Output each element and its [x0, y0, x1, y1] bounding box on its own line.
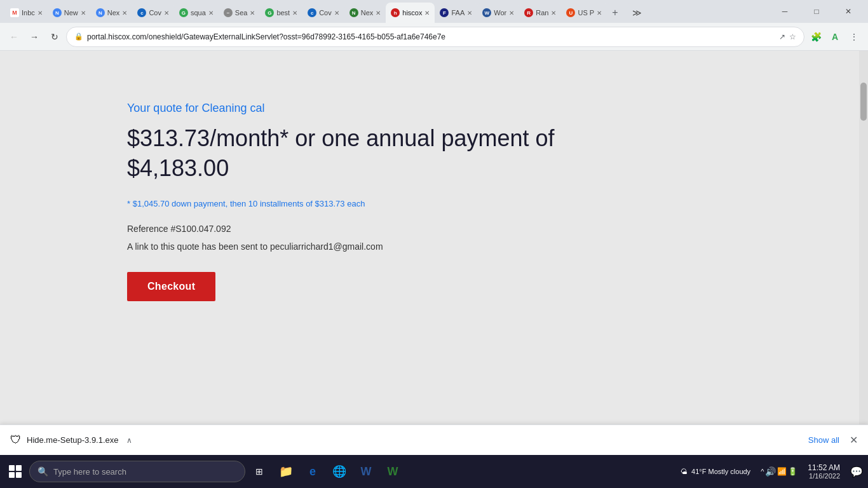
installment-note: * $1,045.70 down payment, then 10 instal…	[127, 199, 868, 208]
minimize-button[interactable]: ─	[770, 1, 799, 22]
tab-best[interactable]: G best ✕	[260, 3, 302, 23]
back-button[interactable]: ←	[5, 28, 23, 46]
tab-label-next2: Nex	[361, 9, 374, 17]
taskbar-system-tray: 🌤 41°F Mostly cloudy ^ 🔊 📶 🔋 11:52 AM 1/…	[675, 459, 865, 484]
tab-cov1[interactable]: c Cov ✕	[132, 3, 174, 23]
tab-label-gmail: Inbc	[22, 9, 35, 17]
address-bar: ← → ↻ 🔒 portal.hiscox.com/oneshield/Gate…	[0, 23, 868, 51]
tab-overflow[interactable]: ≫	[627, 3, 645, 23]
clock-time: 11:52 AM	[808, 463, 840, 472]
tab-faa[interactable]: F FAA ✕	[435, 3, 477, 23]
tab-usp[interactable]: U US P ✕	[561, 3, 607, 23]
scrollbar-thumb[interactable]	[860, 83, 867, 121]
window-controls: ─ □ ✕	[770, 1, 863, 22]
tab-favicon-next1: N	[96, 8, 105, 17]
taskbar-search-bar[interactable]: 🔍 Type here to search	[29, 461, 245, 482]
tab-random[interactable]: R Ran ✕	[519, 3, 561, 23]
task-view-icon: ⊞	[255, 466, 263, 477]
notification-button[interactable]: 💬	[848, 459, 865, 484]
task-view-button[interactable]: ⊞	[247, 459, 272, 484]
refresh-button[interactable]: ↻	[46, 28, 64, 46]
tab-close-best[interactable]: ✕	[292, 10, 297, 17]
tab-favicon-squa: G	[179, 8, 188, 17]
close-downloads-bar-button[interactable]: ✕	[850, 434, 858, 446]
bookmark-icon: ☆	[789, 32, 796, 41]
word-button-2[interactable]: W	[380, 459, 405, 484]
extensions-icon[interactable]: 🧩	[807, 28, 825, 46]
tab-label-cov1: Cov	[149, 9, 161, 17]
tab-word[interactable]: W Wor ✕	[477, 3, 519, 23]
tab-cov2[interactable]: c Cov ✕	[302, 3, 344, 23]
tab-close-next2[interactable]: ✕	[376, 10, 381, 17]
tab-next2[interactable]: N Nex ✕	[344, 3, 386, 23]
edge-button[interactable]: e	[300, 459, 325, 484]
word-icon-2: W	[388, 465, 398, 478]
tab-favicon-gmail: M	[10, 8, 19, 17]
close-button[interactable]: ✕	[834, 1, 863, 22]
url-text: portal.hiscox.com/oneshield/GatewayExter…	[87, 32, 775, 41]
tab-favicon-cov2: c	[308, 8, 316, 17]
download-file-icon: 🛡	[10, 433, 22, 447]
reference-number: Reference #S100.047.092	[127, 224, 868, 234]
share-icon: ↗	[779, 32, 785, 41]
tab-sea[interactable]: ~ Sea ✕	[219, 3, 261, 23]
download-chevron-icon[interactable]: ∧	[126, 436, 132, 445]
tab-label-squa: squa	[191, 9, 206, 17]
checkout-button[interactable]: Checkout	[127, 272, 215, 301]
weather-widget[interactable]: 🌤 41°F Mostly cloudy	[675, 468, 756, 475]
quote-title: $313.73/month* or one annual payment of …	[127, 124, 559, 184]
tab-gmail[interactable]: M Inbc ✕	[5, 3, 48, 23]
email-sent-note: A link to this quote has been sent to pe…	[127, 241, 868, 252]
start-button[interactable]	[3, 459, 28, 484]
system-clock[interactable]: 11:52 AM 1/16/2022	[803, 463, 845, 480]
sound-icon[interactable]: 🔊	[765, 466, 776, 477]
tab-label-best: best	[276, 9, 290, 17]
chevron-icon[interactable]: ^	[761, 468, 764, 475]
overflow-icon: ≫	[632, 8, 642, 18]
windows-logo-icon	[9, 465, 22, 478]
tab-hiscox[interactable]: h hiscox ✕	[386, 3, 435, 23]
profile-icon[interactable]: A	[826, 28, 844, 46]
tab-label-usp: US P	[578, 9, 594, 17]
tab-favicon-next2: N	[349, 8, 358, 17]
tab-next1[interactable]: N Nex ✕	[91, 3, 133, 23]
tab-close-faa[interactable]: ✕	[467, 10, 472, 17]
url-bar[interactable]: 🔒 portal.hiscox.com/oneshield/GatewayExt…	[66, 27, 804, 47]
browser-frame: M Inbc ✕ N New ✕ N Nex ✕ c Cov ✕ G s	[0, 0, 868, 427]
show-all-button[interactable]: Show all	[803, 433, 844, 447]
tab-label-next1: Nex	[107, 9, 120, 17]
new-tab-button[interactable]: +	[607, 3, 627, 23]
tab-close-sea[interactable]: ✕	[250, 10, 255, 17]
word-button-1[interactable]: W	[353, 459, 379, 484]
tab-close-word[interactable]: ✕	[509, 10, 514, 17]
tab-close-cov1[interactable]: ✕	[164, 10, 169, 17]
tab-close-new[interactable]: ✕	[81, 10, 86, 17]
quote-subtitle-plain: Your quote for	[127, 102, 201, 114]
tab-squa[interactable]: G squa ✕	[174, 3, 219, 23]
maximize-button[interactable]: □	[802, 1, 831, 22]
taskbar-search-placeholder: Type here to search	[53, 467, 126, 477]
download-filename: Hide.me-Setup-3.9.1.exe	[27, 435, 119, 445]
tab-close-random[interactable]: ✕	[551, 10, 556, 17]
file-explorer-button[interactable]: 📁	[273, 459, 299, 484]
chrome-button[interactable]: 🌐	[327, 459, 352, 484]
tab-favicon-cov1: c	[137, 8, 146, 17]
forward-button[interactable]: →	[25, 28, 43, 46]
tab-close-usp[interactable]: ✕	[597, 10, 602, 17]
menu-icon[interactable]: ⋮	[845, 28, 863, 46]
tab-new[interactable]: N New ✕	[48, 3, 91, 23]
tab-label-hiscox: hiscox	[402, 9, 422, 17]
tab-close-squa[interactable]: ✕	[208, 10, 214, 17]
scrollbar-track[interactable]	[859, 51, 868, 427]
tab-close-cov2[interactable]: ✕	[334, 10, 339, 17]
quote-subtitle: Your quote for Cleaning cal	[127, 102, 868, 115]
tab-close-next1[interactable]: ✕	[122, 10, 127, 17]
tab-favicon-word: W	[482, 8, 491, 17]
title-bar: M Inbc ✕ N New ✕ N Nex ✕ c Cov ✕ G s	[0, 0, 868, 23]
tab-close-hiscox[interactable]: ✕	[424, 10, 430, 17]
battery-icon[interactable]: 🔋	[788, 467, 797, 476]
network-icon[interactable]: 📶	[777, 467, 787, 476]
clock-date: 1/16/2022	[808, 472, 840, 480]
taskbar-search-icon: 🔍	[37, 466, 48, 477]
tab-close-gmail[interactable]: ✕	[37, 10, 43, 17]
